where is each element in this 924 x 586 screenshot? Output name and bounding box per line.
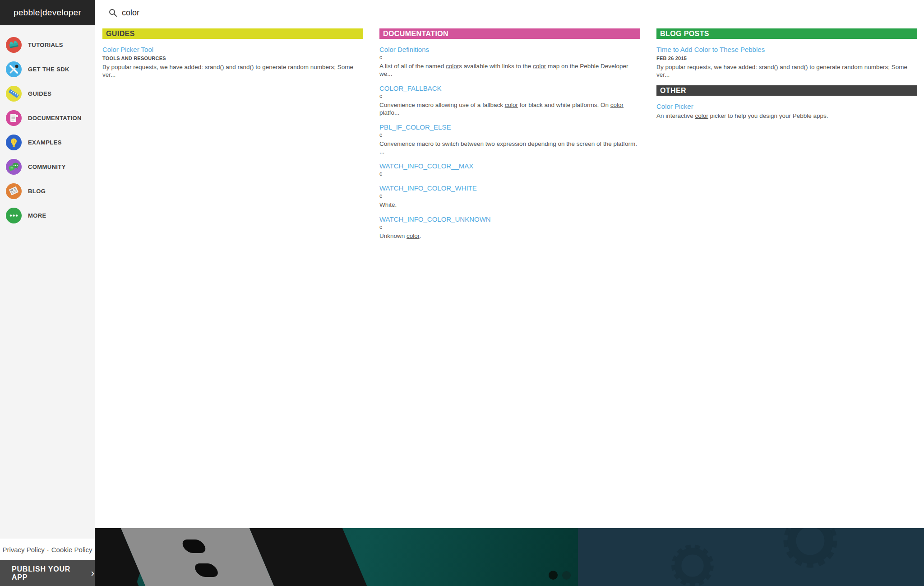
result-language: c — [379, 132, 640, 139]
chevron-right-icon: › — [91, 568, 95, 578]
gear-icon — [779, 528, 842, 572]
sidebar-item-blog[interactable]: BLOG — [0, 179, 95, 203]
privacy-separator: · — [47, 546, 49, 553]
document-icon — [6, 110, 22, 126]
results-column-blog: BLOG POSTS Time to Add Color to These Pe… — [656, 28, 917, 240]
result-description: By popular requests, we have added: sran… — [656, 63, 917, 79]
strap-hole — [180, 539, 208, 553]
result-link[interactable]: WATCH_INFO_COLOR_WHITE — [379, 184, 477, 192]
section-header-blog-posts: BLOG POSTS — [656, 28, 917, 39]
result-link[interactable]: Color Definitions — [379, 45, 429, 54]
search-result: Color Definitions c A list of all of the… — [379, 45, 640, 78]
publish-your-app-button[interactable]: PUBLISH YOUR APP › — [0, 560, 95, 586]
search-result: PBL_IF_COLOR_ELSE c Convenience macro to… — [379, 123, 640, 155]
footer-banner — [95, 528, 924, 586]
result-language: c — [379, 193, 640, 200]
sidebar: pebble|developer TUTORIALS — [0, 0, 95, 586]
sidebar-item-label: COMMUNITY — [28, 163, 66, 170]
result-link[interactable]: WATCH_INFO_COLOR_UNKNOWN — [379, 215, 491, 223]
search-query: color — [122, 8, 139, 18]
newspaper-icon — [6, 183, 22, 199]
result-date: FEB 26 2015 — [656, 55, 917, 62]
lightbulb-icon — [6, 135, 22, 150]
sidebar-item-documentation[interactable]: DOCUMENTATION — [0, 106, 95, 130]
result-language: c — [379, 171, 640, 177]
result-description: By popular requests, we have added: sran… — [102, 63, 363, 79]
result-description: White. — [379, 201, 640, 209]
cookie-policy-link[interactable]: Cookie Policy — [51, 546, 92, 553]
result-language: c — [379, 93, 640, 100]
result-description: Unknown color. — [379, 232, 640, 240]
result-link[interactable]: Color Picker Tool — [102, 45, 153, 54]
result-link[interactable]: COLOR_FALLBACK — [379, 84, 442, 93]
result-link[interactable]: WATCH_INFO_COLOR__MAX — [379, 162, 473, 170]
ruler-icon — [6, 86, 22, 102]
result-language: c — [379, 224, 640, 231]
main-content: color GUIDES Color Picker Tool TOOLS AND… — [95, 0, 924, 240]
result-description: Convenience macro to switch between two … — [379, 140, 640, 155]
sidebar-item-label: GUIDES — [28, 90, 51, 97]
carousel-dot[interactable] — [562, 571, 571, 580]
search-result: Time to Add Color to These Pebbles FEB 2… — [656, 45, 917, 79]
result-link[interactable]: Time to Add Color to These Pebbles — [656, 45, 765, 54]
result-link[interactable]: PBL_IF_COLOR_ELSE — [379, 123, 451, 131]
lego-brick-icon — [6, 37, 22, 53]
sidebar-item-more[interactable]: MORE — [0, 203, 95, 228]
sidebar-item-get-the-sdk[interactable]: GET THE SDK — [0, 57, 95, 81]
search-results: GUIDES Color Picker Tool TOOLS AND RESOU… — [95, 28, 924, 240]
result-category: TOOLS AND RESOURCES — [102, 55, 363, 62]
results-column-documentation: DOCUMENTATION Color Definitions c A list… — [379, 28, 640, 240]
gear-icon — [668, 541, 717, 586]
sidebar-item-examples[interactable]: EXAMPLES — [0, 130, 95, 154]
search-icon — [108, 8, 118, 18]
section-header-guides: GUIDES — [102, 28, 363, 39]
chat-icon — [6, 159, 22, 175]
privacy-links: Privacy Policy · Cookie Policy — [0, 539, 95, 560]
result-language: c — [379, 54, 640, 61]
results-column-guides: GUIDES Color Picker Tool TOOLS AND RESOU… — [102, 28, 363, 240]
watch-strap-photo — [95, 528, 578, 586]
sidebar-item-label: MORE — [28, 212, 46, 219]
section-header-documentation: DOCUMENTATION — [379, 28, 640, 39]
sidebar-nav: TUTORIALS GET THE SDK — [0, 25, 95, 228]
section-header-other: OTHER — [656, 85, 917, 96]
sidebar-item-label: GET THE SDK — [28, 66, 69, 73]
search-result: Color Picker Tool TOOLS AND RESOURCES By… — [102, 45, 363, 79]
footer-panel — [578, 528, 924, 586]
result-description: An interactive color picker to help you … — [656, 112, 917, 120]
carousel-dot-active[interactable] — [549, 571, 558, 580]
search-result: COLOR_FALLBACK c Convenience macro allow… — [379, 84, 640, 116]
publish-label: PUBLISH YOUR APP — [12, 565, 86, 581]
result-link[interactable]: Color Picker — [656, 102, 693, 111]
pebble-developer-logo[interactable]: pebble|developer — [0, 0, 95, 25]
sidebar-item-label: DOCUMENTATION — [28, 115, 82, 121]
tools-icon — [6, 61, 22, 77]
result-description: Convenience macro allowing use of a fall… — [379, 101, 640, 116]
search-result: WATCH_INFO_COLOR__MAX c — [379, 162, 640, 177]
sidebar-item-guides[interactable]: GUIDES — [0, 81, 95, 106]
ellipsis-icon — [6, 208, 22, 223]
privacy-policy-link[interactable]: Privacy Policy — [2, 546, 44, 553]
search-result: WATCH_INFO_COLOR_UNKNOWN c Unknown color… — [379, 215, 640, 240]
sidebar-item-community[interactable]: COMMUNITY — [0, 154, 95, 179]
sidebar-item-label: BLOG — [28, 188, 46, 195]
search-result: WATCH_INFO_COLOR_WHITE c White. — [379, 184, 640, 209]
sidebar-item-tutorials[interactable]: TUTORIALS — [0, 33, 95, 57]
search-input[interactable]: color — [95, 0, 924, 25]
result-description: A list of all of the named colors availa… — [379, 62, 640, 78]
sidebar-item-label: TUTORIALS — [28, 42, 63, 48]
sidebar-item-label: EXAMPLES — [28, 139, 62, 146]
strap-hole — [193, 563, 220, 577]
gray-strap — [121, 528, 274, 586]
search-result: Color Picker An interactive color picker… — [656, 102, 917, 120]
